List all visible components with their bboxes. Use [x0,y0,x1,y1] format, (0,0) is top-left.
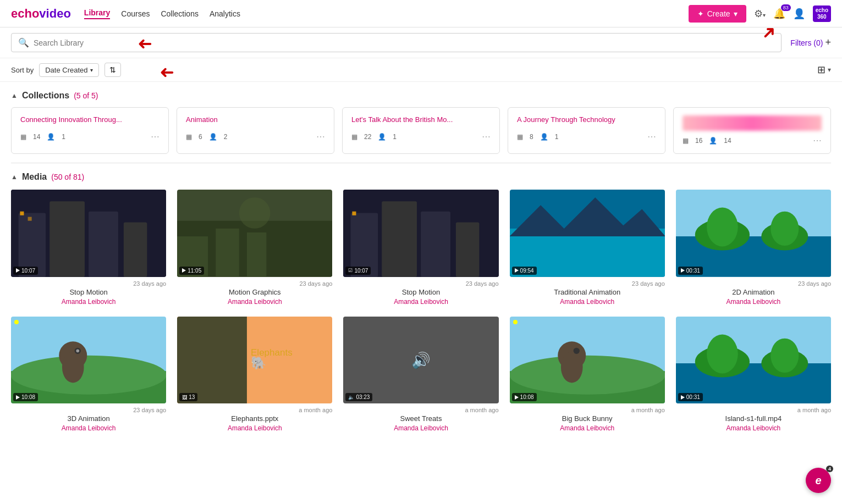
users-icon-5: 👤 [709,137,717,145]
create-chevron-icon: ▾ [734,9,738,18]
check-icon-3: ☑ [348,268,353,273]
collection-card-5[interactable]: ▦ 16 👤 14 ⋯ [673,107,831,154]
create-label: Create [707,9,730,18]
duration-10: 00:31 [678,393,703,401]
collections-header: ▲ Collections (5 of 5) [11,91,831,101]
audio-icon-8: 🔊 [411,351,431,369]
media-grid: 10:07 23 days ago Stop Motion Amanda Lei… [11,190,831,432]
media-count-icon-2: ▦ [186,133,192,141]
media-toggle-icon[interactable]: ▲ [11,173,18,181]
media-date-7: a month ago [177,407,332,413]
duration-4: 09:54 [512,267,537,275]
media-item-7[interactable]: 🐘 Elephants 🖼 13 a month ago Elephants.p… [177,317,332,433]
svg-rect-16 [421,212,450,277]
more-icon-4[interactable]: ⋯ [647,131,656,142]
media-item-1[interactable]: 10:07 23 days ago Stop Motion Amanda Lei… [11,190,166,306]
media-thumb-1: 10:07 [11,190,166,277]
svg-point-33 [11,356,166,395]
nav-courses[interactable]: Courses [121,9,150,18]
media-author-3: Amanda Leibovich [343,298,498,306]
media-author-4: Amanda Leibovich [510,298,665,306]
media-count-icon-3: ▦ [351,133,357,141]
svg-rect-4 [124,223,147,277]
floating-chat-button[interactable]: e 4 [806,468,831,493]
logo[interactable]: echovideo [11,7,71,21]
main-content: ▲ Collections (5 of 5) Connecting Innova… [0,82,842,504]
media-item-4[interactable]: 09:54 23 days ago Traditional Animation … [510,190,665,306]
collection-meta-1: ▦ 14 👤 1 ⋯ [20,131,159,142]
collections-toggle-icon[interactable]: ▲ [11,92,18,99]
media-date-5: 23 days ago [676,280,831,287]
view-chevron-icon: ▾ [828,66,831,74]
section-divider [11,163,831,163]
collection-name-1: Connecting Innovation Throug... [20,115,159,124]
media-item-6[interactable]: 10:08 23 days ago 3D Animation Amanda Le… [11,317,166,433]
more-icon-3[interactable]: ⋯ [482,131,491,142]
collection-card-4[interactable]: A Journey Through Technology ▦ 8 👤 1 ⋯ [508,107,665,154]
play-icon-4 [515,268,519,273]
media-date-1: 23 days ago [11,280,166,287]
collection-card-1[interactable]: Connecting Innovation Throug... ▦ 14 👤 1… [11,107,169,154]
sort-order-button[interactable]: ⇅ [104,63,121,77]
nav-analytics[interactable]: Analytics [210,9,240,18]
media-date-9: a month ago [510,407,665,413]
media-count-5: 16 [695,137,702,145]
svg-rect-6 [28,217,32,221]
media-item-8[interactable]: 🔊 🔈 03:23 a month ago Sweet Treats Amand… [343,317,498,433]
media-date-6: 23 days ago [11,407,166,413]
chat-icon: e [815,474,821,487]
sort-select-container[interactable]: Date Created ▾ [39,63,98,77]
media-item-10[interactable]: 00:31 a month ago Island-s1-full.mp4 Ama… [676,317,831,433]
duration-5: 00:31 [678,267,703,275]
media-count-3: 22 [364,133,371,141]
media-thumb-6: 10:08 [11,317,166,404]
sort-value: Date Created [45,66,87,74]
svg-text:Elephants: Elephants [251,347,293,358]
media-thumb-10: 00:31 [676,317,831,404]
arrow-to-sort: ➜ [159,62,174,82]
media-title: Media [22,172,47,182]
duration-1: 10:07 [13,267,38,275]
svg-point-30 [771,212,799,246]
media-item-2[interactable]: 11:05 23 days ago Motion Graphics Amanda… [177,190,332,306]
duration-8: 🔈 03:23 [345,393,372,401]
echo360-badge[interactable]: echo360 [813,5,831,22]
collection-name-3: Let's Talk About the British Mo... [351,115,491,124]
media-item-5[interactable]: 00:31 23 days ago 2D Animation Amanda Le… [676,190,831,306]
user-icon[interactable]: 👤 [793,8,805,20]
search-row: 🔍 ➜ Filters (0) + ➜ [0,27,842,58]
media-date-3: 23 days ago [343,280,498,287]
create-button[interactable]: ✦ Create ▾ [689,5,746,23]
duration-3: ☑ 10:07 [345,267,371,275]
svg-rect-39 [177,317,247,404]
yellow-light-6 [14,320,19,324]
view-toggle[interactable]: ⊞ ▾ [817,64,831,76]
nav-library[interactable]: Library [84,8,110,19]
media-title-6: 3D Animation [11,414,166,423]
play-icon-10 [681,395,685,400]
users-icon-4: 👤 [540,133,548,141]
media-thumb-8: 🔊 🔈 03:23 [343,317,498,404]
collection-meta-5: ▦ 16 👤 14 ⋯ [683,135,822,146]
svg-point-46 [561,352,583,383]
more-icon-5[interactable]: ⋯ [813,135,822,146]
search-bar[interactable]: 🔍 [11,33,782,52]
media-item-9[interactable]: 10:08 a month ago Big Buck Bunny Amanda … [510,317,665,433]
svg-rect-15 [382,201,417,276]
filters-button[interactable]: Filters (0) + [790,37,831,48]
svg-point-29 [707,208,738,247]
more-icon-2[interactable]: ⋯ [316,131,325,142]
media-title-8: Sweet Treats [343,414,498,423]
media-section: ▲ Media (50 of 81) [11,172,831,432]
settings-icon[interactable]: ⚙▾ [754,8,766,20]
collection-card-2[interactable]: Animation ▦ 6 👤 2 ⋯ [177,107,334,154]
nav-collections[interactable]: Collections [161,9,198,18]
more-icon-1[interactable]: ⋯ [151,131,159,142]
media-title-7: Elephants.pptx [177,414,332,423]
media-author-10: Amanda Leibovich [676,424,831,432]
notifications-icon[interactable]: 🔔 83 [773,8,785,20]
play-icon-5 [681,268,685,273]
collection-card-3[interactable]: Let's Talk About the British Mo... ▦ 22 … [342,107,500,154]
media-count-icon-4: ▦ [517,133,523,141]
media-item-3[interactable]: ☑ 10:07 23 days ago Stop Motion Amanda L… [343,190,498,306]
